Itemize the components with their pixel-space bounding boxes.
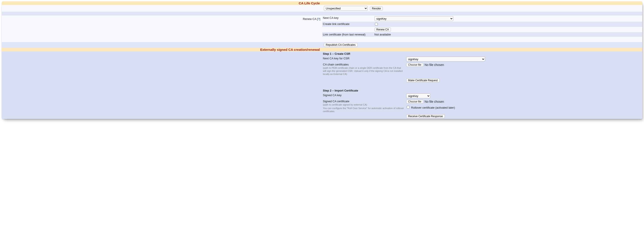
create-link-cert-checkbox[interactable] — [375, 23, 378, 26]
next-ca-key-select[interactable]: signKey — [374, 16, 453, 21]
renew-ca-button[interactable]: Renew CA — [374, 27, 391, 31]
receive-cert-button[interactable]: Receive Certificate Response — [406, 114, 445, 118]
signed-cert-hint: (path to certificate signed by external … — [323, 103, 404, 106]
rollover-hint: You can configure the "Roll Over Service… — [323, 107, 404, 113]
csr-key-select[interactable]: signKey — [406, 57, 485, 61]
ca-chain-label: CA chain certificates — [323, 63, 349, 66]
step2-title: Step 2 – Import Certificate — [322, 88, 642, 93]
republish-ca-button[interactable]: Republish CA Certificates — [324, 43, 358, 47]
signed-cert-file-input[interactable]: Choose file No file chosen — [406, 100, 444, 104]
ca-chain-hint: (path to PEM certificate chain or a sing… — [323, 67, 404, 76]
ca-chain-file-name: No file chosen — [425, 63, 444, 67]
ca-chain-file-input[interactable]: Choose file No file chosen — [406, 63, 444, 67]
make-csr-button[interactable]: Make Certificate Request — [406, 78, 440, 82]
signed-cert-label: Signed CA certificate — [323, 100, 350, 103]
section-header-lifecycle: CA Life Cycle — [2, 1, 642, 5]
rollover-checkbox[interactable] — [407, 106, 410, 109]
revoke-button[interactable]: Revoke — [370, 6, 383, 10]
row-revoke: Unspecified Revoke — [2, 5, 642, 11]
link-cert-last-value: Not available — [374, 32, 642, 37]
section-title-external: Externally signed CA creation/renewal — [2, 48, 322, 51]
renew-ca-help-link[interactable]: ? — [318, 17, 320, 20]
section-title-lifecycle: CA Life Cycle — [2, 1, 322, 5]
rollover-checkbox-label: Rollover certificate (activated later) — [411, 106, 455, 109]
choose-file-button-2[interactable]: Choose file — [406, 100, 423, 104]
renew-ca-label: Renew CA — [303, 17, 316, 20]
section-header-external: Externally signed CA creation/renewal — [2, 48, 642, 51]
row-renew-ca: Renew CA [?] Next CA key signKey Create … — [2, 15, 642, 37]
step1-title: Step 1 – Create CSR — [322, 51, 642, 56]
create-link-cert-label: Create link certificate — [322, 22, 374, 27]
link-cert-last-label: Link certificate (from last renewal) — [322, 32, 374, 37]
csr-key-label: Next CA key for CSR — [322, 56, 406, 62]
revoke-reason-select[interactable]: Unspecified — [324, 6, 368, 11]
next-ca-key-label: Next CA key — [322, 15, 374, 22]
row-external-body: Step 1 – Create CSR Next CA key for CSR … — [2, 51, 642, 119]
signed-key-label: Signed CA key — [322, 93, 406, 99]
rollover-checkbox-row[interactable]: Rollover certificate (activated later) — [406, 106, 455, 109]
signed-key-select[interactable]: signKey — [406, 93, 430, 98]
row-republish: Republish CA Certificates — [2, 42, 642, 48]
signed-cert-file-name: No file chosen — [425, 100, 444, 103]
choose-file-button[interactable]: Choose file — [406, 63, 423, 67]
